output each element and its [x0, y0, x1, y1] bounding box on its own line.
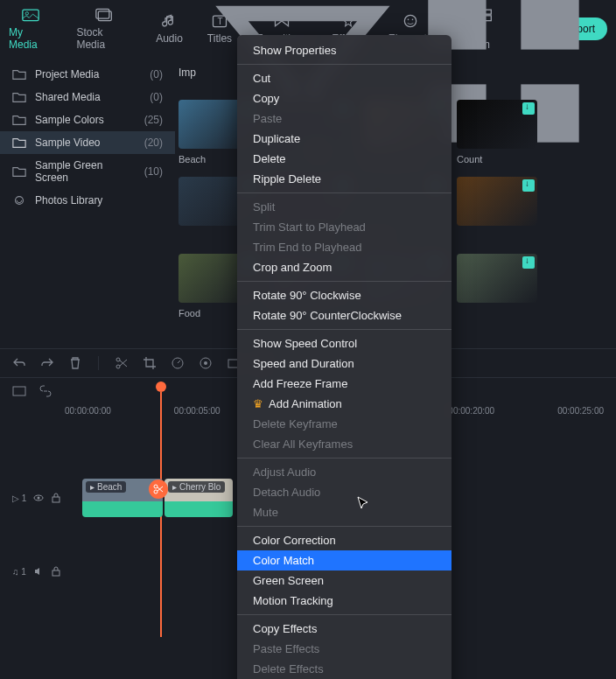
- menu-item-green-screen[interactable]: Green Screen: [237, 570, 452, 591]
- sidebar-item-sample-colors[interactable]: Sample Colors (25): [0, 108, 175, 131]
- menu-item-paste-effects: Paste Effects: [237, 639, 452, 659]
- menu-item-delete-effects: Delete Effects: [237, 659, 452, 679]
- delete-icon[interactable]: [68, 356, 82, 370]
- track-label: ▷ 1: [12, 494, 26, 503]
- menu-item-show-properties[interactable]: Show Properties: [237, 40, 452, 60]
- track-label: ♫ 1: [12, 567, 26, 577]
- menu-item-cut[interactable]: Cut: [237, 68, 452, 88]
- menu-item-color-correction[interactable]: Color Correction: [237, 530, 452, 550]
- play-icon: ▸: [172, 482, 177, 492]
- speed-icon[interactable]: [171, 356, 185, 370]
- tab-stock-media[interactable]: Stock Media: [76, 7, 131, 51]
- menu-item-color-match[interactable]: Color Match: [237, 550, 452, 570]
- svg-point-1: [25, 12, 28, 15]
- menu-item-add-freeze-frame[interactable]: Add Freeze Frame: [237, 374, 452, 394]
- link-icon[interactable]: [38, 385, 52, 397]
- menu-separator: [237, 281, 452, 282]
- menu-item-paste: Paste: [237, 108, 452, 129]
- lock-icon[interactable]: [51, 566, 61, 577]
- svg-point-17: [116, 358, 120, 361]
- menu-item-rotate-90-counterclockwise[interactable]: Rotate 90° CounterClockwise: [237, 305, 452, 326]
- sidebar-item-project-media[interactable]: Project Media (0): [0, 63, 175, 86]
- svg-point-8: [411, 19, 413, 21]
- crop-icon[interactable]: [143, 356, 157, 370]
- svg-point-25: [38, 497, 40, 500]
- svg-point-29: [154, 490, 158, 494]
- menu-item-copy[interactable]: Copy: [237, 88, 452, 108]
- svg-rect-23: [13, 387, 25, 396]
- folder-icon: [12, 91, 26, 103]
- menu-item-trim-start-to-playhead: Trim Start to Playhead: [237, 217, 452, 237]
- menu-item-motion-tracking[interactable]: Motion Tracking: [237, 591, 452, 611]
- folder-icon: [12, 165, 26, 178]
- svg-rect-27: [52, 570, 60, 576]
- media-thumbnail[interactable]: [457, 177, 537, 242]
- menu-item-rotate-90-clockwise[interactable]: Rotate 90° Clockwise: [237, 285, 452, 305]
- tab-my-media[interactable]: My Media: [9, 7, 52, 51]
- lock-icon[interactable]: [51, 493, 61, 503]
- color-icon[interactable]: [199, 356, 213, 370]
- menu-item-delete[interactable]: Delete: [237, 149, 452, 169]
- sidebar-item-sample-video[interactable]: Sample Video (20): [0, 131, 175, 154]
- ruler-tick: 00:00:00:00: [65, 406, 111, 416]
- import-button[interactable]: Imp: [178, 66, 196, 79]
- svg-rect-14: [521, 0, 578, 49]
- svg-point-7: [407, 19, 409, 21]
- menu-item-split: Split: [237, 197, 452, 217]
- menu-item-trim-end-to-playhead: Trim End to Playhead: [237, 237, 452, 257]
- tab-audio[interactable]: Audio: [156, 13, 183, 45]
- svg-point-28: [154, 485, 158, 488]
- menu-separator: [237, 64, 452, 65]
- download-badge: [522, 102, 535, 115]
- redo-icon[interactable]: [40, 356, 54, 370]
- menu-item-add-animation[interactable]: ♛Add Animation: [237, 394, 452, 414]
- download-badge: [522, 256, 535, 269]
- menu-item-delete-keyframe: Delete Keyframe: [237, 414, 452, 434]
- folder-icon: [12, 68, 26, 80]
- media-thumbnail[interactable]: [457, 254, 537, 318]
- undo-icon[interactable]: [12, 356, 26, 370]
- download-badge: [522, 179, 535, 192]
- photos-icon: [12, 194, 26, 206]
- sidebar-item-green-screen[interactable]: Sample Green Screen (10): [0, 154, 175, 189]
- play-icon: ▸: [90, 482, 94, 492]
- cut-indicator: [149, 480, 168, 499]
- svg-point-6: [404, 15, 416, 26]
- menu-item-copy-effects[interactable]: Copy Effects: [237, 619, 452, 639]
- ruler-tick: 00:00:20:00: [448, 406, 494, 416]
- menu-item-crop-and-zoom[interactable]: Crop and Zoom: [237, 257, 452, 277]
- stock-icon: [95, 7, 113, 23]
- ruler-tick: 00:00:05:00: [174, 406, 220, 416]
- cursor-icon: [357, 496, 371, 513]
- svg-rect-26: [52, 497, 60, 502]
- menu-item-clear-all-keyframes: Clear All Keyframes: [237, 434, 452, 454]
- sidebar-item-shared-media[interactable]: Shared Media (0): [0, 86, 175, 108]
- sidebar-item-photos-library[interactable]: Photos Library: [0, 189, 175, 212]
- svg-point-18: [116, 365, 120, 368]
- media-thumbnail[interactable]: Count: [457, 100, 537, 164]
- eye-icon[interactable]: [33, 493, 44, 503]
- speaker-icon[interactable]: [33, 566, 44, 577]
- menu-item-duplicate[interactable]: Duplicate: [237, 129, 452, 149]
- menu-item-ripple-delete[interactable]: Ripple Delete: [237, 169, 452, 189]
- menu-separator: [237, 458, 452, 458]
- marker-icon[interactable]: [12, 385, 26, 397]
- menu-item-speed-and-duration[interactable]: Speed and Duration: [237, 354, 452, 374]
- media-sidebar: Project Media (0) Shared Media (0) Sampl…: [0, 51, 175, 348]
- split-tool-icon[interactable]: [115, 356, 129, 370]
- menu-separator: [237, 614, 452, 615]
- svg-point-21: [204, 361, 207, 365]
- audio-icon: [161, 13, 178, 29]
- context-menu: Show PropertiesCutCopyPasteDuplicateDele…: [237, 35, 452, 679]
- clip-cherry-blossom[interactable]: ▸Cherry Blo: [164, 479, 233, 517]
- menu-item-adjust-audio: Adjust Audio: [237, 462, 452, 482]
- crown-icon: ♛: [253, 397, 263, 410]
- menu-item-show-speed-control[interactable]: Show Speed Control: [237, 333, 452, 354]
- menu-item-detach-audio: Detach Audio: [237, 482, 452, 502]
- menu-separator: [237, 192, 452, 193]
- menu-separator: [237, 329, 452, 330]
- folder-icon: [12, 114, 26, 126]
- menu-item-mute: Mute: [237, 502, 452, 522]
- ruler-tick: 00:00:25:00: [557, 406, 604, 416]
- folder-icon: [12, 136, 26, 149]
